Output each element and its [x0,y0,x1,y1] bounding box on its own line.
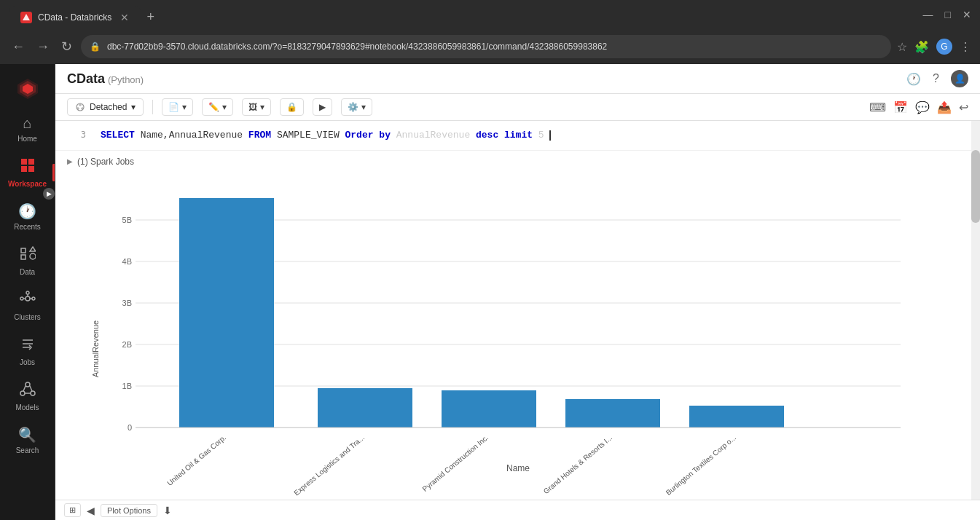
bottom-bar: ⊞ ◀ Plot Options ⬇ [55,500,980,520]
minimize-button[interactable]: — [923,9,933,20]
sidebar-item-home[interactable]: ⌂ Home [0,108,55,150]
reload-button[interactable]: ↻ [58,36,75,58]
svg-point-29 [79,104,81,106]
scrollbar-thumb[interactable] [971,150,980,223]
keyboard-icon[interactable]: ⌨ [869,101,886,114]
sql-order-col: AnnualRevenue [396,130,476,141]
svg-text:3B: 3B [122,299,132,307]
history-icon[interactable]: 🕐 [906,72,921,86]
sidebar-expand-button[interactable]: ▶ [43,188,55,200]
view-icon: 🖼 [248,102,257,112]
svg-rect-8 [21,248,26,253]
plot-options-label[interactable]: Plot Options [101,504,157,517]
sidebar-logo[interactable] [15,76,41,102]
sql-limit-keyword: limit [504,130,533,141]
sidebar-item-models-label: Models [15,403,39,411]
sql-by-keyword: by [379,130,391,141]
sidebar-item-jobs-label: Jobs [20,358,35,366]
svg-rect-5 [28,159,34,165]
clusters-icon [20,291,36,310]
cluster-selector[interactable]: Detached ▾ [67,98,144,116]
edit-menu-button[interactable]: ✏️ ▾ [202,98,233,116]
workspace-icon [20,157,36,177]
file-dropdown-icon: ▾ [182,102,187,112]
spark-jobs-row[interactable]: ▶ (1) Spark Jobs [55,151,980,173]
settings-menu-button[interactable]: ⚙️ ▾ [341,98,372,116]
models-icon [20,381,36,401]
file-menu-button[interactable]: 📄 ▾ [162,98,193,116]
sql-desc-keyword: desc [476,130,498,141]
file-icon: 📄 [168,102,179,112]
sql-order-keyword: Order [345,130,374,141]
cell-area: 3 SELECT Name,AnnualRevenue FROM SAMPLE_… [55,121,980,500]
sidebar-item-recents-label: Recents [14,223,41,231]
schedule-icon[interactable]: 📅 [893,101,908,114]
close-tab-button[interactable]: ✕ [120,12,129,23]
menu-icon[interactable]: ⋮ [960,40,971,54]
svg-text:Burlington Textiles Corp o...: Burlington Textiles Corp o... [665,433,738,497]
close-button[interactable]: ✕ [963,9,971,20]
bar-1 [179,198,274,428]
notebook-lang: (Python) [108,74,144,85]
home-icon: ⌂ [23,115,31,132]
prev-page-button[interactable]: ◀ [87,505,95,516]
search-icon: 🔍 [18,426,36,444]
settings-icon: ⚙️ [348,102,358,112]
svg-text:4B: 4B [122,257,132,266]
sidebar-item-data[interactable]: Data [0,238,55,283]
edit-icon: ✏️ [208,102,219,112]
recents-icon: 🕐 [18,202,36,220]
sidebar-item-search[interactable]: 🔍 Search [0,419,55,462]
svg-text:0: 0 [128,423,132,432]
scrollbar-track[interactable] [971,121,980,500]
help-icon[interactable]: ? [933,72,939,85]
lock-icon: 🔒 [90,42,101,52]
back-button[interactable]: ← [9,36,28,58]
view-menu-button[interactable]: 🖼 ▾ [242,98,271,116]
permissions-button[interactable]: 🔒 [280,98,304,116]
cluster-dropdown-icon: ▾ [131,102,136,112]
run-button[interactable]: ▶ [313,98,332,116]
undo-icon[interactable]: ↩ [959,101,968,114]
toolbar-right: ⌨ 📅 💬 📤 ↩ [869,101,968,114]
svg-rect-6 [21,166,27,172]
extension-icon[interactable]: 🧩 [914,40,929,54]
user-icon[interactable]: 👤 [951,70,968,87]
svg-point-12 [26,296,30,301]
share-icon[interactable]: 📤 [937,101,952,114]
bar-3 [442,390,536,428]
profile-icon[interactable]: G [936,39,952,55]
svg-point-31 [82,108,83,109]
svg-point-13 [26,291,29,294]
sidebar-item-recents[interactable]: 🕐 Recents [0,195,55,238]
download-button[interactable]: ⬇ [163,505,172,516]
cell-code-content[interactable]: SELECT Name,AnnualRevenue FROM SAMPLE_VI… [92,121,980,150]
lock-icon: 🔒 [286,102,297,112]
sidebar-item-home-label: Home [17,135,37,143]
comment-icon[interactable]: 💬 [915,101,930,114]
maximize-button[interactable]: □ [945,9,951,20]
sidebar-item-jobs[interactable]: Jobs [0,328,55,374]
address-bar[interactable] [81,35,891,58]
svg-text:1B: 1B [122,382,132,390]
data-icon [20,245,36,265]
new-tab-button[interactable]: + [141,9,160,25]
run-icon: ▶ [319,102,326,112]
svg-text:Grand Hotels & Resorts I...: Grand Hotels & Resorts I... [542,433,614,495]
sidebar-item-models[interactable]: Models [0,374,55,419]
spark-jobs-label: (1) Spark Jobs [77,157,134,167]
svg-text:5B: 5B [122,216,132,224]
sql-columns: Name,AnnualRevenue [141,130,248,141]
spark-jobs-arrow: ▶ [67,157,73,165]
svg-point-22 [26,382,30,387]
bar-5 [689,406,784,428]
bookmark-icon[interactable]: ☆ [897,40,907,54]
table-view-button[interactable]: ⊞ [64,503,81,517]
forward-button[interactable]: → [34,36,52,58]
notebook-title: CData [67,71,105,87]
svg-text:Express Logistics and Tra...: Express Logistics and Tra... [292,433,366,497]
svg-text:Name: Name [506,463,530,473]
sidebar-item-clusters[interactable]: Clusters [0,283,55,328]
toolbar-separator-1 [152,100,153,114]
browser-tab[interactable]: CData - Databricks ✕ [9,6,141,29]
